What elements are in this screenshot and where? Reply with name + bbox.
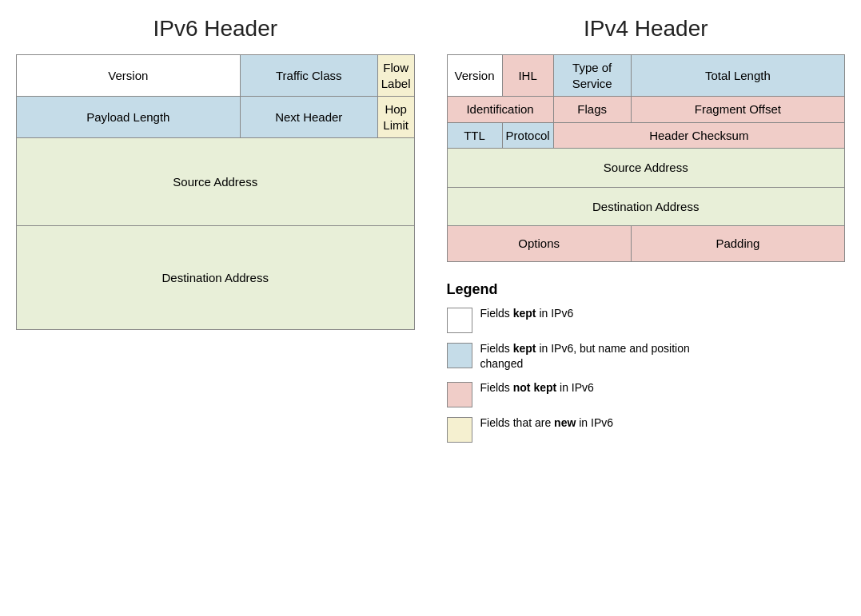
ipv4-protocol: Protocol	[502, 122, 553, 149]
ipv6-destination-address: Destination Address	[17, 226, 415, 330]
ipv4-title: IPv4 Header	[447, 16, 846, 42]
ipv4-table: Version IHL Type of Service Total Length…	[447, 54, 846, 262]
ipv4-options: Options	[447, 226, 631, 262]
table-row: Version Traffic Class Flow Label	[17, 55, 415, 97]
table-row: Destination Address	[447, 187, 845, 226]
legend-swatch-white	[447, 308, 472, 333]
main-container: IPv6 Header Version Traffic Class Flow L…	[16, 16, 845, 451]
table-row: Source Address	[447, 149, 845, 188]
legend-item-yellow: Fields that are new in IPv6	[447, 415, 846, 443]
ipv4-section: IPv4 Header Version IHL Type of Service …	[447, 16, 846, 451]
ipv6-title: IPv6 Header	[16, 16, 415, 42]
table-row: Identification Flags Fragment Offset	[447, 97, 845, 123]
table-row: Options Padding	[447, 226, 845, 262]
ipv4-destination-address: Destination Address	[447, 187, 845, 226]
ipv4-identification: Identification	[447, 97, 553, 123]
ipv6-traffic-class: Traffic Class	[240, 55, 377, 97]
legend-text-pink: Fields not kept in IPv6	[480, 380, 594, 396]
ipv4-ihl: IHL	[502, 55, 553, 97]
table-row: TTL Protocol Header Checksum	[447, 122, 845, 149]
ipv6-version: Version	[17, 55, 241, 97]
ipv6-source-address: Source Address	[17, 138, 415, 226]
legend-text-white: Fields kept in IPv6	[480, 306, 574, 322]
legend-swatch-yellow	[447, 417, 472, 443]
ipv4-header-checksum: Header Checksum	[553, 122, 844, 149]
ipv6-table: Version Traffic Class Flow Label Payload…	[16, 54, 415, 330]
table-row: Payload Length Next Header Hop Limit	[17, 97, 415, 138]
legend: Legend Fields kept in IPv6 Fields kept i…	[447, 281, 846, 443]
legend-item-blue: Fields kept in IPv6, but name and positi…	[447, 341, 846, 372]
legend-item-pink: Fields not kept in IPv6	[447, 380, 846, 407]
ipv6-next-header: Next Header	[240, 97, 377, 138]
legend-item-white: Fields kept in IPv6	[447, 306, 846, 333]
ipv4-type-of-service: Type of Service	[553, 55, 631, 97]
legend-text-yellow: Fields that are new in IPv6	[480, 415, 614, 431]
legend-swatch-pink	[447, 382, 472, 407]
ipv4-ttl: TTL	[447, 122, 502, 149]
legend-swatch-blue	[447, 343, 472, 368]
ipv6-hop-limit: Hop Limit	[377, 97, 414, 138]
legend-text-blue: Fields kept in IPv6, but name and positi…	[480, 341, 704, 372]
ipv4-flags: Flags	[553, 97, 631, 123]
ipv4-source-address: Source Address	[447, 149, 845, 188]
ipv4-fragment-offset: Fragment Offset	[631, 97, 844, 123]
table-row: Version IHL Type of Service Total Length	[447, 55, 845, 97]
legend-title: Legend	[447, 281, 846, 298]
ipv4-total-length: Total Length	[631, 55, 844, 97]
ipv4-padding: Padding	[631, 226, 844, 262]
table-row: Source Address	[17, 138, 415, 226]
ipv4-version: Version	[447, 55, 502, 97]
ipv6-section: IPv6 Header Version Traffic Class Flow L…	[16, 16, 415, 451]
ipv6-payload-length: Payload Length	[17, 97, 241, 138]
table-row: Destination Address	[17, 226, 415, 330]
ipv6-flow-label: Flow Label	[377, 55, 414, 97]
